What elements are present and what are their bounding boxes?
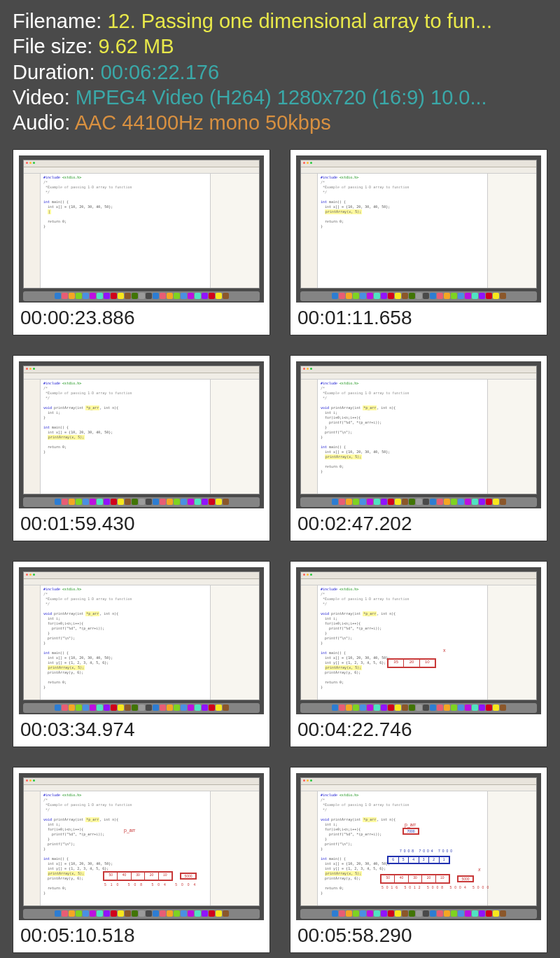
footer-text: Generated with Light Alloy v4.10.2 (buil… (0, 953, 560, 958)
thumbnail-timestamp: 00:01:59.430 (13, 508, 270, 541)
thumbnail-card: #include <stdio.h> /* *Example of passin… (13, 149, 270, 335)
filesize-label: File size: (13, 35, 98, 57)
audio-row: Audio: AAC 44100Hz mono 50kbps (13, 110, 547, 135)
macos-dock (300, 497, 537, 507)
thumbnail-card: #include <stdio.h> /* *Example of passin… (13, 767, 270, 953)
thumbnail-timestamp: 00:05:58.290 (290, 920, 547, 952)
thumbnail-timestamp: 00:00:23.886 (13, 303, 270, 335)
thumbnail-image: #include <stdio.h> /* *Example of passin… (19, 155, 264, 303)
thumbnail-grid: #include <stdio.h> /* *Example of passin… (0, 142, 560, 953)
file-info-panel: Filename: 12. Passing one dimensional ar… (0, 0, 560, 142)
thumbnail-card: #include <stdio.h> /* *Example of passin… (290, 355, 547, 541)
audio-label: Audio: (13, 111, 75, 134)
thumbnail-card: #include <stdio.h> /* *Example of passin… (13, 355, 270, 541)
video-value: MPEG4 Video (H264) 1280x720 (16:9) 10.0.… (76, 86, 487, 109)
macos-dock (300, 291, 537, 301)
thumbnail-image: #include <stdio.h> /* *Example of passin… (296, 567, 541, 714)
thumbnail-card: #include <stdio.h> /* *Example of passin… (290, 561, 547, 747)
thumbnail-timestamp: 00:05:10.518 (13, 920, 270, 952)
filename-value: 12. Passing one dimensional array to fun… (107, 10, 492, 32)
thumbnail-timestamp: 00:03:34.974 (13, 714, 270, 747)
filename-row: Filename: 12. Passing one dimensional ar… (13, 8, 547, 34)
duration-label: Duration: (13, 61, 101, 83)
filesize-row: File size: 9.62 MB (13, 34, 547, 59)
macos-dock (23, 497, 260, 507)
audio-value: AAC 44100Hz mono 50kbps (75, 111, 331, 134)
filesize-value: 9.62 MB (98, 35, 174, 57)
duration-row: Duration: 00:06:22.176 (13, 60, 547, 85)
macos-dock (23, 909, 260, 919)
thumbnail-timestamp: 00:01:11.658 (290, 303, 547, 335)
macos-dock (23, 291, 260, 301)
thumbnail-card: #include <stdio.h> /* *Example of passin… (290, 149, 547, 335)
thumbnail-image: #include <stdio.h> /* *Example of passin… (19, 773, 264, 920)
thumbnail-card: #include <stdio.h> /* *Example of passin… (13, 561, 270, 747)
filename-label: Filename: (13, 10, 107, 32)
thumbnail-timestamp: 00:04:22.746 (290, 714, 547, 747)
video-row: Video: MPEG4 Video (H264) 1280x720 (16:9… (13, 85, 547, 110)
macos-dock (23, 703, 260, 713)
thumbnail-image: #include <stdio.h> /* *Example of passin… (19, 361, 264, 508)
duration-value: 00:06:22.176 (101, 61, 219, 83)
thumbnail-timestamp: 00:02:47.202 (290, 508, 547, 541)
video-label: Video: (13, 86, 76, 109)
macos-dock (300, 703, 537, 713)
thumbnail-image: #include <stdio.h> /* *Example of passin… (296, 155, 541, 303)
thumbnail-card: #include <stdio.h> /* *Example of passin… (290, 767, 547, 953)
thumbnail-image: #include <stdio.h> /* *Example of passin… (296, 773, 541, 920)
thumbnail-image: #include <stdio.h> /* *Example of passin… (296, 361, 541, 508)
thumbnail-image: #include <stdio.h> /* *Example of passin… (19, 567, 264, 714)
macos-dock (300, 909, 537, 919)
